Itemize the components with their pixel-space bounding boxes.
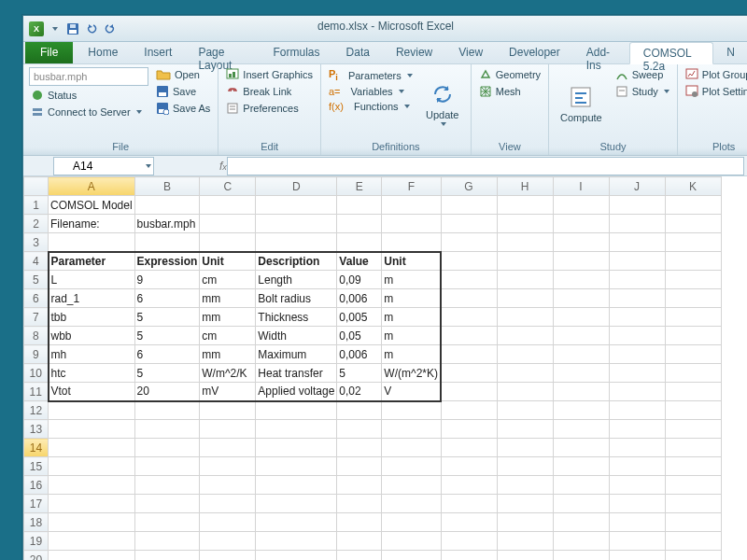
cell-H4[interactable]: [497, 252, 553, 271]
open-button[interactable]: Open: [154, 67, 212, 82]
cell-B2[interactable]: busbar.mph: [134, 215, 200, 233]
cell-F10[interactable]: W/(m^2*K): [382, 364, 441, 383]
cell-D5[interactable]: Length: [256, 271, 337, 289]
cell-K13[interactable]: [665, 420, 721, 439]
cell-J8[interactable]: [609, 327, 665, 345]
cell-J19[interactable]: [609, 532, 665, 551]
cell-J16[interactable]: [609, 476, 665, 495]
cell-J14[interactable]: [609, 439, 665, 457]
cell-C15[interactable]: [200, 457, 256, 476]
cell-C7[interactable]: mm: [200, 308, 256, 327]
cell-H7[interactable]: [497, 308, 553, 327]
cell-H19[interactable]: [497, 532, 553, 551]
cell-B19[interactable]: [134, 532, 200, 551]
cell-H20[interactable]: [497, 551, 553, 561]
worksheet-grid[interactable]: ABCDEFGHIJK1COMSOL Model2Filename:busbar…: [23, 176, 747, 560]
row-header-13[interactable]: 13: [24, 420, 49, 439]
col-header-J[interactable]: J: [609, 177, 665, 196]
cell-J9[interactable]: [609, 345, 665, 364]
save-as-button[interactable]: Save As: [154, 101, 212, 116]
row-header-3[interactable]: 3: [24, 233, 49, 252]
cell-D4[interactable]: Description: [256, 252, 337, 271]
cell-A16[interactable]: [49, 476, 135, 495]
cell-G14[interactable]: [441, 439, 497, 457]
cell-D13[interactable]: [256, 420, 337, 439]
cell-I10[interactable]: [553, 364, 609, 383]
parameters-button[interactable]: Pi Parameters: [327, 67, 415, 83]
cell-F15[interactable]: [382, 457, 441, 476]
cell-D17[interactable]: [256, 495, 337, 513]
tab-file[interactable]: File: [25, 42, 73, 63]
cell-F8[interactable]: m: [382, 327, 441, 345]
tab-view[interactable]: View: [445, 42, 496, 63]
cell-B3[interactable]: [134, 233, 200, 252]
cell-K18[interactable]: [665, 513, 721, 532]
name-box-dropdown-icon[interactable]: [146, 164, 151, 168]
cell-H18[interactable]: [497, 513, 553, 532]
cell-D2[interactable]: [256, 215, 337, 233]
row-header-12[interactable]: 12: [24, 401, 49, 420]
cell-A3[interactable]: [49, 233, 135, 252]
tab-developer[interactable]: Developer: [496, 42, 573, 63]
cell-J12[interactable]: [609, 401, 665, 420]
cell-H3[interactable]: [497, 233, 553, 252]
cell-K20[interactable]: [665, 551, 721, 561]
row-header-4[interactable]: 4: [24, 252, 49, 271]
cell-I6[interactable]: [553, 289, 609, 308]
cell-H6[interactable]: [497, 289, 553, 308]
cell-K14[interactable]: [665, 439, 721, 457]
cell-A8[interactable]: wbb: [49, 327, 135, 345]
insert-graphics-button[interactable]: Insert Graphics: [224, 67, 315, 82]
tab-data[interactable]: Data: [333, 42, 383, 63]
col-header-G[interactable]: G: [441, 177, 497, 196]
undo-icon[interactable]: [83, 21, 100, 37]
cell-K10[interactable]: [665, 364, 721, 383]
cell-H8[interactable]: [497, 327, 553, 345]
cell-K15[interactable]: [665, 457, 721, 476]
cell-G19[interactable]: [441, 532, 497, 551]
cell-B10[interactable]: 5: [134, 364, 200, 383]
cell-K8[interactable]: [665, 327, 721, 345]
cell-K4[interactable]: [665, 252, 721, 271]
status-button[interactable]: Status: [29, 88, 148, 103]
cell-A19[interactable]: [49, 532, 135, 551]
cell-I12[interactable]: [553, 401, 609, 420]
cell-F13[interactable]: [382, 420, 441, 439]
cell-C18[interactable]: [200, 513, 256, 532]
cell-B14[interactable]: [134, 439, 200, 457]
row-header-15[interactable]: 15: [24, 457, 49, 476]
cell-K1[interactable]: [665, 196, 721, 215]
cell-F7[interactable]: m: [382, 308, 441, 327]
cell-C11[interactable]: mV: [200, 383, 256, 401]
save-icon[interactable]: [64, 21, 81, 37]
cell-C12[interactable]: [200, 401, 256, 420]
cell-K12[interactable]: [665, 401, 721, 420]
cell-A11[interactable]: Vtot: [49, 383, 135, 401]
cell-G6[interactable]: [441, 289, 497, 308]
cell-B17[interactable]: [134, 495, 200, 513]
sweep-button[interactable]: Sweep: [613, 67, 671, 82]
cell-H2[interactable]: [497, 215, 553, 233]
cell-G17[interactable]: [441, 495, 497, 513]
cell-C19[interactable]: [200, 532, 256, 551]
tab-overflow[interactable]: N: [713, 42, 747, 63]
cell-E20[interactable]: [337, 551, 382, 561]
row-header-8[interactable]: 8: [24, 327, 49, 345]
col-header-I[interactable]: I: [553, 177, 609, 196]
cell-C2[interactable]: [200, 215, 256, 233]
cell-C13[interactable]: [200, 420, 256, 439]
preferences-button[interactable]: Preferences: [224, 101, 315, 116]
cell-I16[interactable]: [553, 476, 609, 495]
col-header-H[interactable]: H: [497, 177, 553, 196]
cell-A12[interactable]: [49, 401, 135, 420]
row-header-7[interactable]: 7: [24, 308, 49, 327]
row-header-1[interactable]: 1: [24, 196, 49, 215]
cell-I1[interactable]: [553, 196, 609, 215]
row-header-11[interactable]: 11: [24, 383, 49, 401]
cell-E4[interactable]: Value: [337, 252, 382, 271]
cell-G7[interactable]: [441, 308, 497, 327]
cell-F16[interactable]: [382, 476, 441, 495]
cell-I14[interactable]: [553, 439, 609, 457]
cell-C1[interactable]: [200, 196, 256, 215]
cell-I9[interactable]: [553, 345, 609, 364]
